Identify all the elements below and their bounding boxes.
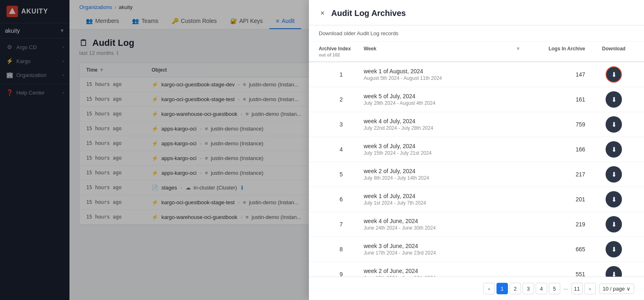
archive-index-cell: 5 bbox=[319, 171, 364, 178]
modal-subtitle: Download older Audit Log records bbox=[309, 25, 644, 42]
archive-download-cell: ⬇ bbox=[593, 216, 634, 232]
per-page-chevron-icon: ∨ bbox=[626, 286, 631, 292]
archive-download-cell: ⬇ bbox=[593, 91, 634, 108]
pagination-page-2[interactable]: 2 bbox=[510, 283, 521, 294]
list-item: 2 week 5 of July, 2024 July 29th 2024 - … bbox=[309, 87, 644, 112]
modal-body: Archive Index out of 102 Week ▼ Logs In … bbox=[309, 42, 644, 277]
list-item: 6 week 1 of July, 2024 July 1st 2024 - J… bbox=[309, 187, 644, 212]
archive-week-cell: week 2 of June, 2024 June 10th 2024 - Ju… bbox=[364, 268, 516, 277]
pagination-page-3[interactable]: 3 bbox=[523, 283, 534, 294]
archive-week-cell: week 3 of June, 2024 June 17th 2024 - Ju… bbox=[364, 243, 516, 256]
archive-week-cell: week 1 of August, 2024 August 5th 2024 -… bbox=[364, 68, 516, 81]
list-item: 1 week 1 of August, 2024 August 5th 2024… bbox=[309, 62, 644, 87]
archive-table-header: Archive Index out of 102 Week ▼ Logs In … bbox=[309, 42, 644, 62]
archive-logs-cell: 147 bbox=[528, 71, 593, 78]
pagination-page-1[interactable]: 1 bbox=[496, 283, 508, 294]
archive-week-cell: week 1 of July, 2024 July 1st 2024 - Jul… bbox=[364, 193, 516, 206]
archive-download-header: Download bbox=[593, 46, 634, 57]
archive-week-cell: week 4 of July, 2024 July 22nd 2024 - Ju… bbox=[364, 118, 516, 131]
download-button[interactable]: ⬇ bbox=[606, 116, 622, 133]
archive-filter-col: ▼ bbox=[516, 46, 528, 57]
archive-download-cell: ⬇ bbox=[593, 266, 634, 277]
archive-logs-cell: 161 bbox=[528, 96, 593, 103]
download-button[interactable]: ⬇ bbox=[606, 216, 622, 232]
list-item: 4 week 3 of July, 2024 July 15th 2024 - … bbox=[309, 137, 644, 162]
archive-download-cell: ⬇ bbox=[593, 191, 634, 208]
modal-header: × Audit Log Archives bbox=[309, 0, 644, 25]
archive-index-cell: 9 bbox=[319, 271, 364, 277]
archive-index-cell: 4 bbox=[319, 146, 364, 153]
archive-index-cell: 7 bbox=[319, 221, 364, 228]
archive-download-cell: ⬇ bbox=[593, 116, 634, 133]
pagination-next[interactable]: › bbox=[584, 283, 596, 294]
archive-rows: 1 week 1 of August, 2024 August 5th 2024… bbox=[309, 62, 644, 277]
download-button[interactable]: ⬇ bbox=[606, 141, 622, 158]
download-button[interactable]: ⬇ bbox=[606, 91, 622, 108]
archive-download-cell: ⬇ bbox=[593, 166, 634, 183]
archive-logs-cell: 759 bbox=[528, 121, 593, 128]
modal-title: Audit Log Archives bbox=[331, 9, 406, 18]
list-item: 9 week 2 of June, 2024 June 10th 2024 - … bbox=[309, 262, 644, 277]
archive-download-cell: ⬇ bbox=[593, 66, 634, 83]
archive-table: Archive Index out of 102 Week ▼ Logs In … bbox=[309, 42, 644, 277]
pagination: ‹ 1 2 3 4 5 ··· 11 › bbox=[483, 283, 596, 294]
download-button[interactable]: ⬇ bbox=[606, 166, 622, 183]
archive-week-header: Week bbox=[364, 46, 516, 57]
archive-logs-cell: 551 bbox=[528, 271, 593, 277]
download-button[interactable]: ⬇ bbox=[606, 191, 622, 208]
pagination-prev[interactable]: ‹ bbox=[483, 283, 495, 294]
archive-week-cell: week 5 of July, 2024 July 29th 2024 - Au… bbox=[364, 93, 516, 106]
pagination-ellipsis: ··· bbox=[562, 286, 570, 292]
filter-icon[interactable]: ▼ bbox=[516, 46, 521, 52]
archive-download-cell: ⬇ bbox=[593, 141, 634, 158]
archive-index-cell: 1 bbox=[319, 71, 364, 78]
archive-logs-cell: 201 bbox=[528, 196, 593, 203]
archive-logs-header: Logs In Archive bbox=[528, 46, 593, 57]
archive-week-cell: week 4 of June, 2024 June 24th 2024 - Ju… bbox=[364, 218, 516, 231]
per-page-selector[interactable]: 10 / page ∨ bbox=[599, 284, 634, 294]
archive-week-cell: week 2 of July, 2024 July 8th 2024 - Jul… bbox=[364, 168, 516, 181]
archive-logs-cell: 217 bbox=[528, 171, 593, 178]
archive-index-cell: 8 bbox=[319, 246, 364, 253]
archive-logs-cell: 166 bbox=[528, 146, 593, 153]
list-item: 8 week 3 of June, 2024 June 17th 2024 - … bbox=[309, 237, 644, 262]
archive-logs-cell: 219 bbox=[528, 221, 593, 228]
modal-footer: ‹ 1 2 3 4 5 ··· 11 › 10 / page ∨ bbox=[309, 277, 644, 300]
list-item: 3 week 4 of July, 2024 July 22nd 2024 - … bbox=[309, 112, 644, 137]
audit-log-archives-modal: × Audit Log Archives Download older Audi… bbox=[309, 0, 644, 300]
pagination-last[interactable]: 11 bbox=[571, 283, 583, 294]
download-button[interactable]: ⬇ bbox=[606, 266, 622, 277]
archive-index-header: Archive Index out of 102 bbox=[319, 46, 364, 57]
list-item: 5 week 2 of July, 2024 July 8th 2024 - J… bbox=[309, 162, 644, 187]
archive-week-cell: week 3 of July, 2024 July 15th 2024 - Ju… bbox=[364, 143, 516, 156]
download-button[interactable]: ⬇ bbox=[606, 241, 622, 257]
pagination-page-5[interactable]: 5 bbox=[549, 283, 560, 294]
archive-index-cell: 2 bbox=[319, 96, 364, 103]
archive-logs-cell: 665 bbox=[528, 246, 593, 253]
pagination-page-4[interactable]: 4 bbox=[536, 283, 547, 294]
list-item: 7 week 4 of June, 2024 June 24th 2024 - … bbox=[309, 212, 644, 237]
archive-download-cell: ⬇ bbox=[593, 241, 634, 257]
download-button[interactable]: ⬇ bbox=[606, 66, 622, 83]
archive-index-cell: 6 bbox=[319, 196, 364, 203]
modal-close-button[interactable]: × bbox=[319, 8, 326, 18]
archive-index-cell: 3 bbox=[319, 121, 364, 128]
